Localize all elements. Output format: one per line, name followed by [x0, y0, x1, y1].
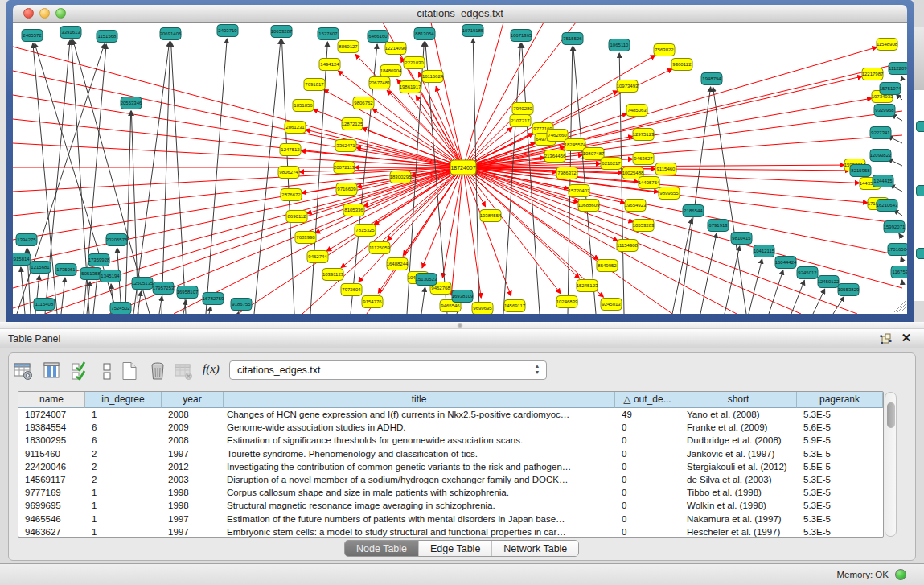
graph-node[interactable]: 15751074 [880, 83, 901, 95]
column-header-short[interactable]: short [680, 392, 797, 408]
select-all-icon[interactable] [69, 360, 90, 381]
graph-node[interactable]: 15992071 [884, 221, 906, 233]
graph-node[interactable]: 1494124 [319, 59, 340, 71]
graph-node[interactable]: 1065110 [609, 39, 630, 51]
graph-node[interactable]: 19654923 [625, 200, 647, 212]
table-row[interactable]: 1456911722003Disruption of a novel membe… [18, 473, 883, 486]
graph-node[interactable]: 11548908 [877, 39, 898, 51]
tab-network-table[interactable]: Network Table [492, 541, 578, 556]
graph-node[interactable]: 9463627 [633, 153, 654, 165]
unselect-all-icon[interactable] [97, 360, 117, 381]
graph-node[interactable]: 20677481 [369, 77, 391, 89]
table-select-dropdown[interactable]: citations_edges.txt ▲▼ [229, 360, 547, 380]
graph-node[interactable]: 9154776 [362, 296, 383, 308]
graph-node[interactable]: 1215681 [30, 262, 51, 274]
graph-node[interactable]: 6791913 [708, 220, 729, 232]
column-header-pagerank[interactable]: pagerank [797, 392, 883, 408]
graph-node[interactable]: 16488244 [387, 258, 409, 270]
graph-node[interactable]: 9329968 [874, 105, 895, 117]
graph-node[interactable]: 16210643 [877, 200, 898, 212]
graph-node[interactable]: 20691406 [160, 28, 182, 40]
graph-node[interactable]: 12975123 [633, 129, 655, 141]
graph-node[interactable]: 8105336 [343, 204, 364, 216]
graph-node[interactable]: 9462744 [307, 251, 328, 263]
graph-node[interactable]: 10246839 [556, 296, 578, 308]
graph-node[interactable]: 3391613 [60, 27, 81, 39]
graph-node[interactable]: 10653287 [271, 26, 293, 38]
graph-node[interactable]: 19384554 [480, 210, 502, 222]
graph-node[interactable]: 9227341 [870, 127, 891, 139]
show-columns-icon[interactable] [42, 360, 63, 381]
memory-status-icon[interactable] [895, 569, 906, 580]
divider-handle-icon[interactable] [456, 323, 464, 328]
graph-node[interactable]: 10719185 [462, 25, 484, 37]
graph-node[interactable]: 10553829 [838, 284, 860, 296]
graph-node[interactable]: 14495754 [639, 177, 660, 189]
graph-node[interactable]: 9699695 [472, 303, 493, 315]
graph-node[interactable]: 2186544 [683, 205, 704, 217]
graph-node[interactable]: 7524502 [110, 303, 131, 315]
graph-node[interactable]: 1948794 [701, 73, 722, 85]
graph-node[interactable]: 7691817 [304, 79, 325, 91]
graph-node[interactable]: 1167531 [891, 266, 907, 278]
split-divider[interactable] [0, 322, 924, 329]
graph-node[interactable]: 18724007 [450, 160, 476, 175]
graph-node[interactable]: 2861231 [285, 122, 306, 134]
column-header-title[interactable]: title [224, 392, 615, 408]
graph-node[interactable]: 8813054 [414, 28, 435, 40]
graph-node[interactable]: 3362471 [335, 140, 356, 152]
delete-table-icon[interactable] [173, 360, 194, 381]
column-header-name[interactable]: name [18, 392, 85, 408]
graph-node[interactable]: 18245574 [565, 139, 586, 151]
graph-node[interactable]: 9245013 [601, 299, 622, 311]
graph-node[interactable]: 8549952 [597, 260, 618, 272]
new-file-icon[interactable] [119, 360, 140, 381]
graph-node[interactable]: 2876672 [281, 189, 302, 201]
graph-node[interactable]: 9716609 [336, 183, 357, 196]
graph-node[interactable]: 15130523 [416, 274, 437, 286]
graph-node[interactable]: 9186755 [231, 299, 252, 311]
graph-node[interactable]: 9899655 [659, 187, 680, 200]
scrollbar-thumb[interactable] [887, 402, 895, 428]
column-header-out_de[interactable]: △ out_de... [615, 392, 680, 408]
tab-edge-table[interactable]: Edge Table [419, 541, 492, 556]
graph-node[interactable]: 1247512 [280, 144, 301, 156]
graph-node[interactable]: 1394275 [16, 234, 37, 246]
column-header-in_degree[interactable]: in_degree [85, 392, 162, 408]
function-builder-icon[interactable]: f(x) [203, 362, 224, 383]
graph-node[interactable]: 15245123 [577, 280, 598, 292]
graph-node[interactable]: 1527607 [318, 28, 339, 40]
graph-node[interactable]: 15720407 [569, 185, 590, 197]
graph-node[interactable]: 9245012 [797, 267, 818, 279]
table-row[interactable]: 1872400712008Changes of HCN gene express… [18, 408, 883, 421]
graph-node[interactable]: 10391123 [322, 269, 344, 281]
table-settings-icon[interactable] [13, 360, 34, 381]
graph-node[interactable]: 7462660 [547, 130, 568, 142]
float-panel-icon[interactable] [879, 332, 892, 345]
graph-node[interactable]: 16671365 [511, 30, 532, 42]
graph-node[interactable]: 6466160 [368, 31, 388, 43]
graph-node[interactable]: 2107217 [510, 115, 531, 127]
graph-node[interactable]: 7683998 [295, 232, 316, 244]
graph-node[interactable]: 1851856 [293, 100, 314, 112]
graph-node[interactable]: 19861917 [400, 81, 421, 93]
table-row[interactable]: 911546021997Tourette syndrome. Phenomeno… [18, 447, 883, 460]
table-row[interactable]: 977716911998Corpus callosum shape and si… [18, 486, 883, 499]
table-row[interactable]: 1938455462009Genome-wide association stu… [18, 421, 883, 434]
table-row[interactable]: 2242004622012Investigating the contribut… [18, 460, 883, 473]
graph-node[interactable]: 8215958 [850, 165, 871, 177]
graph-node[interactable]: 9810415 [731, 233, 752, 245]
graph-node[interactable]: 5051358 [80, 268, 101, 280]
graph-node[interactable]: 9115460 [655, 163, 676, 175]
graph-node[interactable]: 1345194 [100, 270, 121, 282]
table-row[interactable]: 969969511998Structural magnetic resonanc… [18, 499, 883, 512]
graph-node[interactable]: 12872125 [342, 118, 363, 130]
graph-node[interactable]: 10973493 [617, 80, 639, 93]
graph-node[interactable]: 1151568 [97, 31, 117, 43]
graph-node[interactable]: 10688609 [578, 200, 600, 212]
graph-node[interactable]: 18486904 [380, 65, 402, 77]
graph-node[interactable]: 7986372 [556, 167, 577, 179]
graph-node[interactable]: 17016504 [888, 244, 907, 256]
graph-node[interactable]: 7485063 [626, 105, 647, 117]
graph-node[interactable]: 14569117 [504, 300, 526, 312]
